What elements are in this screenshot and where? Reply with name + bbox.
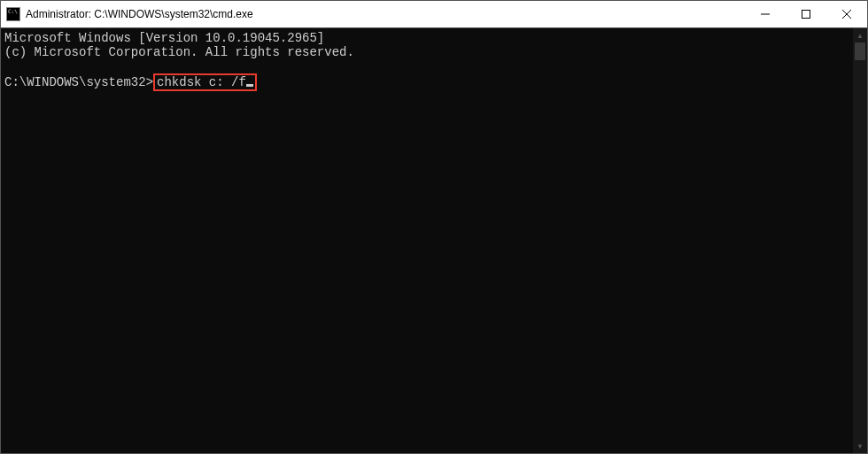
minimize-icon bbox=[761, 10, 770, 19]
command-highlight: chkdsk c: /f bbox=[153, 73, 257, 91]
scroll-up-arrow[interactable]: ▲ bbox=[853, 28, 867, 42]
close-icon bbox=[842, 10, 851, 19]
scroll-thumb[interactable] bbox=[855, 42, 865, 60]
maximize-button[interactable] bbox=[786, 1, 826, 27]
titlebar[interactable]: Administrator: C:\WINDOWS\system32\cmd.e… bbox=[1, 1, 867, 27]
console-body: Microsoft Windows [Version 10.0.19045.29… bbox=[1, 27, 867, 453]
command-text: chkdsk c: /f bbox=[157, 75, 246, 89]
version-line: Microsoft Windows [Version 10.0.19045.29… bbox=[4, 31, 324, 45]
cmd-window: Administrator: C:\WINDOWS\system32\cmd.e… bbox=[0, 0, 868, 454]
window-controls bbox=[745, 1, 867, 27]
console-content[interactable]: Microsoft Windows [Version 10.0.19045.29… bbox=[1, 28, 853, 453]
copyright-line: (c) Microsoft Corporation. All rights re… bbox=[4, 45, 354, 59]
scroll-down-arrow[interactable]: ▼ bbox=[853, 439, 867, 453]
close-button[interactable] bbox=[826, 1, 867, 27]
cursor bbox=[246, 84, 253, 87]
window-title: Administrator: C:\WINDOWS\system32\cmd.e… bbox=[26, 8, 253, 20]
maximize-icon bbox=[802, 10, 810, 19]
svg-rect-1 bbox=[802, 11, 810, 19]
scrollbar[interactable]: ▲ ▼ bbox=[853, 28, 867, 453]
prompt: C:\WINDOWS\system32> bbox=[4, 75, 153, 89]
cmd-icon bbox=[6, 7, 20, 21]
minimize-button[interactable] bbox=[745, 1, 786, 27]
